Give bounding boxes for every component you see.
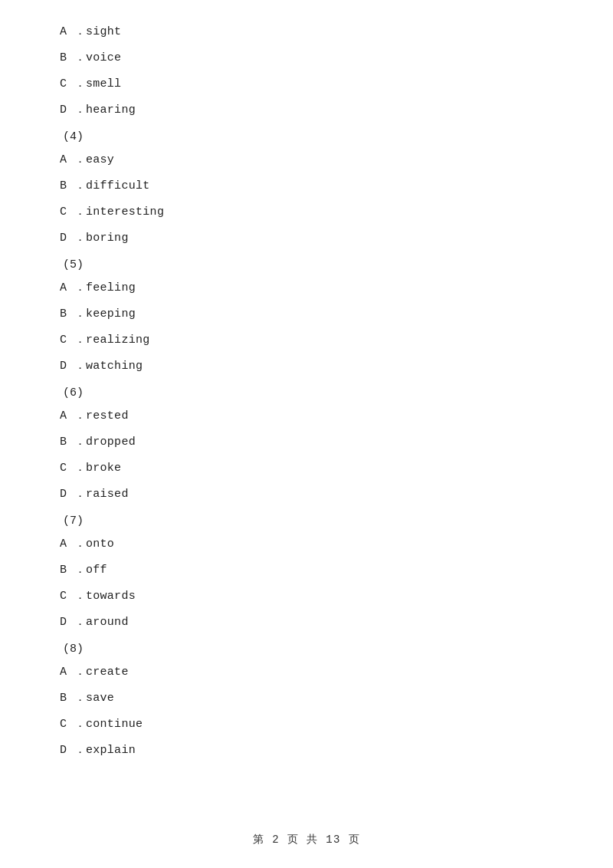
option-4-c: C ．towards [60,587,553,606]
option-3-a: A ．rested [60,407,553,426]
section-label-2: (5) [63,258,553,271]
option-2-a: A ．feeling [60,279,553,298]
option-2-b: B ．keeping [60,305,553,324]
option-0-b: B ．voice [60,49,553,67]
option-1-a: A ．easy [60,151,553,169]
option-5-b: B ．save [60,689,553,708]
option-1-b: B ．difficult [60,177,553,196]
main-content: A ．sightB ．voiceC ．smellD ．hearing(4)A ．… [0,0,613,814]
option-3-c: C ．broke [60,459,553,478]
option-1-d: D ．boring [60,229,553,248]
option-5-d: D ．explain [60,741,553,760]
option-0-d: D ．hearing [60,101,553,120]
section-label-1: (4) [63,130,553,143]
footer-text: 第 2 页 共 13 页 [253,833,360,846]
option-2-c: C ．realizing [60,331,553,350]
page-footer: 第 2 页 共 13 页 [0,833,613,847]
option-0-c: C ．smell [60,75,553,94]
option-2-d: D ．watching [60,357,553,376]
option-3-d: D ．raised [60,485,553,504]
section-label-5: (8) [63,643,553,656]
option-4-d: D ．around [60,613,553,632]
option-5-a: A ．create [60,663,553,682]
option-0-a: A ．sight [60,23,553,41]
option-3-b: B ．dropped [60,433,553,452]
option-4-a: A ．onto [60,535,553,554]
option-1-c: C ．interesting [60,203,553,222]
section-label-3: (6) [63,386,553,399]
option-5-c: C ．continue [60,715,553,734]
option-4-b: B ．off [60,561,553,580]
section-label-4: (7) [63,515,553,528]
